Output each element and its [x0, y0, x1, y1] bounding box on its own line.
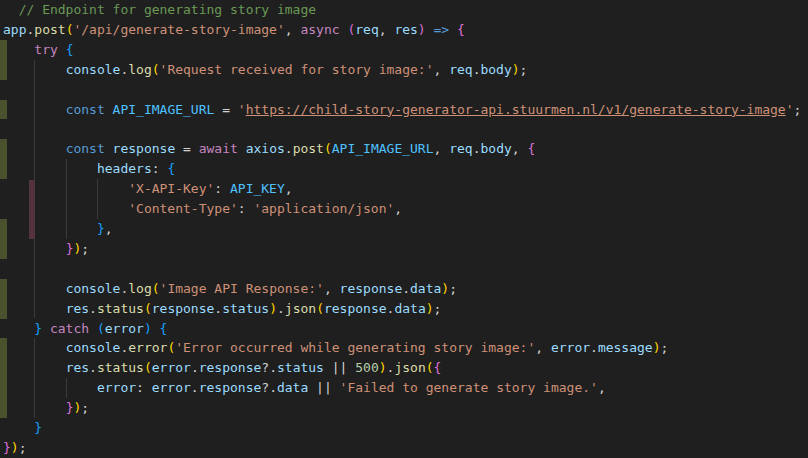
code-token: res	[394, 22, 417, 37]
code-token: {	[167, 161, 175, 176]
code-token: const	[66, 102, 105, 117]
code-token: .	[191, 360, 199, 375]
code-line-17[interactable]: } catch (error) {	[0, 319, 808, 339]
code-token	[3, 181, 128, 196]
code-content[interactable]: // Endpoint for generating story imageap…	[0, 0, 808, 458]
code-line-16[interactable]: res.status(response.status).json(respons…	[0, 299, 808, 319]
code-token: ;	[19, 440, 27, 455]
code-token: )	[441, 281, 449, 296]
code-token	[152, 321, 160, 336]
code-line-5[interactable]	[0, 80, 808, 100]
code-token	[3, 62, 66, 77]
code-line-15[interactable]: console.log('Image API Response:', respo…	[0, 279, 808, 299]
code-token	[426, 22, 434, 37]
code-token: .	[277, 301, 285, 316]
code-token: ;	[520, 62, 528, 77]
code-token: 'Failed to generate story image.'	[340, 380, 598, 395]
code-line-8[interactable]: const response = await axios.post(API_IM…	[0, 139, 808, 159]
url-link[interactable]: https://child-story-generator-api.stuurm…	[246, 102, 786, 117]
code-token: .	[191, 380, 199, 395]
code-token	[3, 360, 66, 375]
code-token: '/api/generate-story-image'	[73, 22, 284, 37]
code-line-1[interactable]: // Endpoint for generating story image	[0, 0, 808, 20]
code-token: error	[152, 360, 191, 375]
code-token: :	[136, 380, 152, 395]
code-token: catch	[50, 321, 89, 336]
code-token: (	[316, 301, 324, 316]
code-token: message	[598, 340, 653, 355]
git-gutter-indicator[interactable]	[0, 299, 7, 319]
code-token: error	[97, 380, 136, 395]
code-token: .	[89, 301, 97, 316]
git-gutter-indicator[interactable]	[0, 338, 7, 358]
code-token	[3, 141, 66, 156]
code-line-22[interactable]: }	[0, 418, 808, 438]
code-token: }	[3, 440, 11, 455]
git-gutter-indicator[interactable]	[0, 378, 7, 398]
code-token	[105, 141, 113, 156]
code-token	[3, 241, 66, 256]
git-gutter-indicator[interactable]	[0, 358, 7, 378]
code-token: headers	[97, 161, 152, 176]
code-line-19[interactable]: res.status(error.response?.status || 500…	[0, 358, 808, 378]
code-token: ,	[324, 281, 340, 296]
code-editor[interactable]: // Endpoint for generating story imageap…	[0, 0, 808, 458]
code-token: axios	[246, 141, 285, 156]
git-gutter-indicator[interactable]	[0, 100, 7, 120]
code-token: (	[152, 62, 160, 77]
git-gutter-indicator[interactable]	[0, 398, 7, 418]
git-gutter-indicator[interactable]	[0, 239, 7, 259]
code-line-12[interactable]: },	[0, 219, 808, 239]
code-line-2[interactable]: app.post('/api/generate-story-image', as…	[0, 20, 808, 40]
code-line-7[interactable]	[0, 119, 808, 139]
code-token: 'X-API-Key'	[128, 181, 214, 196]
code-token: async	[300, 22, 339, 37]
code-line-20[interactable]: error: error.response?.data || 'Failed t…	[0, 378, 808, 398]
code-token: {	[66, 42, 74, 57]
code-token: req	[355, 22, 378, 37]
code-line-10[interactable]: 'X-API-Key': API_KEY,	[0, 179, 808, 199]
code-token: :	[152, 161, 168, 176]
code-line-14[interactable]	[0, 259, 808, 279]
code-token: error	[105, 321, 144, 336]
code-token: data	[410, 281, 441, 296]
code-token: API_IMAGE_URL	[332, 141, 434, 156]
git-gutter-indicator[interactable]	[0, 139, 7, 159]
git-gutter-indicator[interactable]	[0, 60, 7, 80]
code-line-6[interactable]: const API_IMAGE_URL = 'https://child-sto…	[0, 100, 808, 120]
code-line-21[interactable]: });	[0, 398, 808, 418]
code-line-4[interactable]: console.log('Request received for story …	[0, 60, 808, 80]
code-line-18[interactable]: console.error('Error occurred while gene…	[0, 338, 808, 358]
git-gutter-indicator[interactable]	[0, 159, 7, 179]
code-token: (	[324, 141, 332, 156]
code-token: ||	[324, 360, 355, 375]
code-token	[3, 380, 97, 395]
code-token: response	[152, 301, 215, 316]
git-gutter-indicator[interactable]	[0, 219, 7, 239]
code-token: body	[481, 141, 512, 156]
code-token: API_IMAGE_URL	[113, 102, 215, 117]
code-token: data	[277, 380, 308, 395]
code-token: json	[285, 301, 316, 316]
code-line-13[interactable]: });	[0, 239, 808, 259]
git-gutter-indicator[interactable]	[0, 40, 7, 60]
code-line-3[interactable]: try {	[0, 40, 808, 60]
git-gutter-indicator[interactable]	[0, 279, 7, 299]
code-token	[3, 321, 34, 336]
code-line-9[interactable]: headers: {	[0, 159, 808, 179]
code-token: ,	[379, 22, 395, 37]
code-token: .	[285, 141, 293, 156]
code-token: ,	[394, 201, 402, 216]
code-token: const	[66, 141, 105, 156]
code-token: API_KEY	[230, 181, 285, 196]
code-token: error	[152, 380, 191, 395]
code-line-23[interactable]: });	[0, 438, 808, 458]
code-line-11[interactable]: 'Content-Type': 'application/json',	[0, 199, 808, 219]
code-token: req	[449, 141, 472, 156]
code-token: )	[512, 62, 520, 77]
code-token: {	[527, 141, 535, 156]
code-token: log	[128, 281, 151, 296]
code-token: ;	[81, 400, 89, 415]
code-token: .	[402, 281, 410, 296]
code-token: 'Image API Response:'	[160, 281, 324, 296]
